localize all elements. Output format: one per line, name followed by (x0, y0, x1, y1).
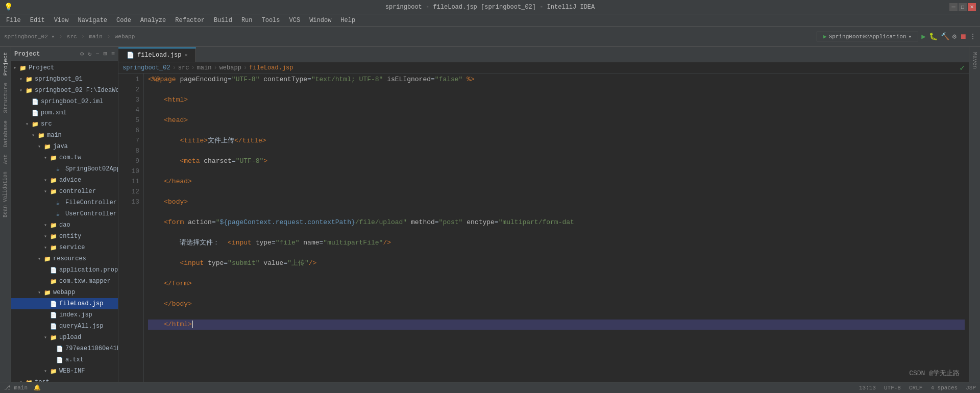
menu-item-file[interactable]: File (2, 16, 25, 25)
tree-item-7[interactable]: ▾📁main (11, 130, 118, 141)
indent-info[interactable]: 4 spaces (930, 385, 958, 391)
tree-item-10[interactable]: ☕SpringBoot02App... (11, 163, 118, 175)
tree-item-21[interactable]: ▾📁webapp (11, 287, 118, 298)
close-button[interactable]: ✕ (968, 3, 976, 11)
tree-label-27: a.txt (65, 356, 84, 363)
tree-item-26[interactable]: 📄797eae11060e41b... (11, 343, 118, 354)
tree-item-28[interactable]: ▾📁WEB-INF (11, 365, 118, 377)
code-line-6: </head> (148, 177, 965, 187)
tree-item-25[interactable]: ▾📁upload (11, 332, 118, 343)
tree-arrow-15: ▾ (44, 222, 50, 228)
code-line-5: <meta charset="UTF-8"> (148, 156, 965, 166)
encoding[interactable]: UTF-8 (884, 385, 901, 391)
menu-item-navigate[interactable]: Navigate (74, 16, 111, 25)
tab-bean-validation[interactable]: Bean Validation (2, 168, 9, 220)
project-settings-icon[interactable]: ⚙ (80, 50, 84, 58)
menu-item-build[interactable]: Build (210, 16, 236, 25)
debug-button[interactable]: 🐛 (929, 32, 938, 41)
tree-item-1[interactable]: ▾📁Project (11, 62, 118, 73)
tree-item-19[interactable]: 📄application.properti... (11, 264, 118, 276)
breadcrumb-part-2[interactable]: main (197, 64, 212, 71)
status-right: 13:13 UTF-8 CRLF 4 spaces JSP (859, 385, 976, 391)
stop-button[interactable]: ⏹ (960, 33, 967, 41)
tab-database[interactable]: Database (2, 117, 10, 151)
webapp-selector[interactable]: webapp (115, 34, 135, 40)
code-content[interactable]: <%@page pageEncoding="UTF-8" contentType… (144, 73, 969, 382)
project-sync-icon[interactable]: ↻ (88, 50, 91, 58)
tab-maven[interactable]: Maven (971, 49, 979, 72)
tree-item-29[interactable]: ▾📁test (11, 377, 118, 382)
tree-item-15[interactable]: ▾📁dao (11, 219, 118, 231)
tree-arrow-25: ▾ (44, 334, 50, 340)
project-selector[interactable]: springboot_02 ▾ (4, 33, 55, 40)
tree-item-27[interactable]: 📄a.txt (11, 354, 118, 365)
tree-item-17[interactable]: ▾📁service (11, 242, 118, 253)
breadcrumb-part-0[interactable]: springboot_02 (122, 64, 170, 71)
code-editor[interactable]: 12345 678910 111213 <%@page pageEncoding… (118, 73, 969, 382)
run-config-label: SpringBoot02Application (829, 34, 906, 40)
menu-item-vcs[interactable]: VCS (285, 16, 305, 25)
menu-item-analyze[interactable]: Analyze (136, 16, 170, 25)
breadcrumb-part-3[interactable]: webapp (219, 64, 241, 71)
tree-label-17: service (59, 244, 85, 251)
menu-item-help[interactable]: Help (336, 16, 359, 25)
tree-item-12[interactable]: ▾📁controller (11, 186, 118, 197)
tab-project[interactable]: Project (2, 49, 10, 79)
tab-close-icon[interactable]: ✕ (184, 52, 187, 58)
main-selector[interactable]: main (89, 34, 102, 40)
tree-item-22[interactable]: 📄fileLoad.jsp (11, 298, 118, 309)
breadcrumb-part-1[interactable]: src (178, 64, 189, 71)
menu-item-code[interactable]: Code (112, 16, 135, 25)
tree-item-2[interactable]: ▾📁springboot_01 (11, 73, 118, 85)
project-expand-icon[interactable]: ⊞ (104, 50, 107, 58)
menu-item-refactor[interactable]: Refactor (171, 16, 209, 25)
tree-item-3[interactable]: ▾📁springboot_02 F:\IdeaWork\spr (11, 85, 118, 96)
tree-item-16[interactable]: ▾📁entity (11, 231, 118, 242)
menu-item-view[interactable]: View (50, 16, 73, 25)
line-endings[interactable]: CRLF (909, 385, 922, 391)
tree-item-23[interactable]: 📄index.jsp (11, 309, 118, 321)
tree-arrow-29: ▾ (19, 379, 26, 382)
run-config-selector[interactable]: ▶ SpringBoot02Application ▾ (817, 32, 918, 41)
tree-label-16: entity (59, 233, 81, 240)
tree-icon-1: 📁 (19, 65, 28, 71)
tree-item-6[interactable]: ▾📁src (11, 118, 118, 130)
tree-item-11[interactable]: ▾📁advice (11, 175, 118, 186)
src-selector[interactable]: src (67, 34, 77, 40)
tab-ant[interactable]: Ant (2, 151, 10, 167)
project-gear-icon[interactable]: ≡ (111, 51, 115, 58)
tree-item-24[interactable]: 📄queryAll.jsp (11, 321, 118, 332)
tree-item-13[interactable]: ☕FileController (11, 197, 118, 208)
tree-icon-9: 📁 (50, 155, 58, 161)
menu-item-edit[interactable]: Edit (26, 16, 49, 25)
tab-fileload-jsp[interactable]: 📄 fileLoad.jsp ✕ (118, 47, 196, 62)
event-log[interactable]: 🔔 (34, 384, 41, 391)
tree-item-4[interactable]: 📄springboot_02.iml (11, 96, 118, 107)
line-numbers: 12345 678910 111213 (118, 73, 144, 382)
tree-label-7: main (47, 132, 62, 139)
more-button[interactable]: ⋮ (970, 33, 976, 40)
tree-item-5[interactable]: 📄pom.xml (11, 107, 118, 118)
menu-item-tools[interactable]: Tools (258, 16, 284, 25)
breadcrumb: springboot_02 › src › main › webapp › fi… (118, 62, 969, 73)
menu-item-window[interactable]: Window (305, 16, 335, 25)
tree-label-6: src (41, 120, 52, 128)
maximize-button[interactable]: □ (959, 3, 967, 11)
project-collapse-icon[interactable]: − (95, 51, 99, 58)
project-panel: Project ⚙ ↻ − ⊞ ≡ ▾📁Project▾📁springboot_… (11, 47, 118, 382)
run-button[interactable]: ▶ (921, 32, 925, 41)
menu-item-run[interactable]: Run (237, 16, 257, 25)
minimize-button[interactable]: ─ (949, 3, 958, 11)
tree-item-8[interactable]: ▾📁java (11, 141, 118, 152)
tree-item-9[interactable]: ▾📁com.tw (11, 152, 118, 163)
settings-button[interactable]: ⚙ (952, 32, 957, 41)
build-button[interactable]: 🔨 (941, 32, 949, 41)
tree-item-18[interactable]: ▾📁resources (11, 253, 118, 264)
tree-icon-4: 📄 (32, 99, 40, 105)
tab-structure[interactable]: Structure (2, 80, 10, 116)
breadcrumb-part-4[interactable]: fileLoad.jsp (249, 64, 293, 71)
tree-item-14[interactable]: ☕UserController (11, 208, 118, 219)
git-branch[interactable]: ⎇ main (4, 384, 28, 391)
tree-item-20[interactable]: 📁com.txw.mapper (11, 276, 118, 287)
file-type[interactable]: JSP (966, 385, 976, 391)
